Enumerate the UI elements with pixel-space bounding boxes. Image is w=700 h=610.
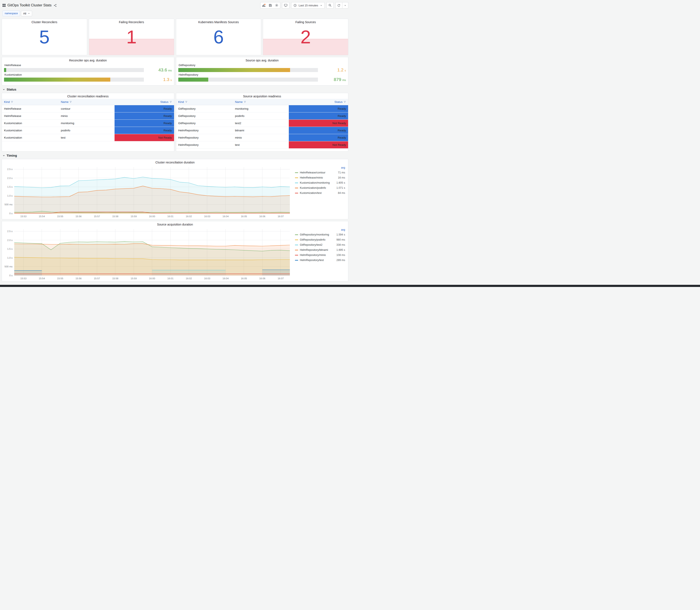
series-color-mark bbox=[295, 250, 298, 251]
legend-item[interactable]: GitRepository/monitoring1.594 s bbox=[295, 232, 345, 237]
filter-icon[interactable] bbox=[185, 101, 188, 103]
status-badge: Ready bbox=[289, 105, 348, 112]
panel-failing-reconcilers: Failing Reconcilers 1 bbox=[89, 19, 174, 55]
column-header-kind[interactable]: Kind bbox=[176, 99, 233, 105]
series-color-mark bbox=[295, 188, 298, 188]
tables-row: Cluster reconciliation readiness Kind Na… bbox=[2, 93, 348, 151]
share-icon[interactable] bbox=[53, 4, 57, 7]
panel-title: Kubernetes Manifests Sources bbox=[176, 19, 261, 25]
column-header-status[interactable]: Status bbox=[289, 99, 348, 105]
tv-mode-icon[interactable] bbox=[282, 2, 289, 8]
series-name: HelmRepository/minio bbox=[300, 254, 337, 257]
cell-kind: HelmRelease bbox=[2, 112, 59, 120]
filter-icon[interactable] bbox=[69, 101, 72, 103]
gauge-label: HelmRelease bbox=[4, 64, 172, 67]
zoom-out-icon[interactable] bbox=[327, 2, 333, 8]
svg-text:0 s: 0 s bbox=[9, 274, 13, 277]
column-header-name[interactable]: Name bbox=[59, 99, 115, 105]
chevron-down-icon bbox=[28, 12, 30, 14]
bar-gauge-fill bbox=[4, 68, 6, 72]
time-series-chart: 0 s500 ms1.0 s1.5 s2.0 s2.5 s15:5315:541… bbox=[3, 227, 292, 280]
svg-text:1.0 s: 1.0 s bbox=[7, 257, 13, 259]
filter-icon[interactable] bbox=[244, 101, 246, 103]
settings-gear-icon[interactable] bbox=[273, 2, 280, 8]
readiness-table: Kind Name Status HelmReleasecontourReady… bbox=[2, 99, 174, 141]
legend-item[interactable]: HelmRepository/test289 ms bbox=[295, 258, 345, 263]
gauge-label: HelmRepository bbox=[179, 73, 346, 76]
table-header-row: Kind Name Status bbox=[176, 99, 348, 105]
table-row: GitRepositorymonitoringReady bbox=[176, 105, 348, 112]
legend-item[interactable]: GitRepository/podinfo980 ms bbox=[295, 237, 345, 242]
column-header-status[interactable]: Status bbox=[115, 99, 174, 105]
stat-row: Cluster Reconcilers 5 Failing Reconciler… bbox=[2, 19, 348, 55]
series-name: HelmRepository/test bbox=[300, 259, 337, 262]
panel-title: Source ops avg. duration bbox=[178, 57, 346, 63]
bar-gauge-track bbox=[4, 78, 144, 82]
bar-gauge-fill bbox=[4, 78, 110, 82]
time-series-plot: 0 s500 ms1.0 s1.5 s2.0 s2.5 s15:5315:541… bbox=[3, 165, 292, 219]
refresh-split-button bbox=[335, 2, 348, 9]
series-name: Kustomization/podinfo bbox=[300, 187, 337, 189]
refresh-icon[interactable] bbox=[336, 2, 342, 8]
cell-name: minio bbox=[233, 134, 289, 141]
column-header-kind[interactable]: Kind bbox=[2, 99, 59, 105]
series-avg-value: 1.695 s bbox=[337, 248, 345, 252]
panel-kubernetes-manifests-sources: Kubernetes Manifests Sources 6 bbox=[176, 19, 261, 55]
gauge-label: Kustomization bbox=[4, 73, 172, 76]
series-name: Kustomization/monitoring bbox=[300, 181, 337, 184]
svg-text:16:01: 16:01 bbox=[167, 277, 174, 280]
filter-icon[interactable] bbox=[169, 101, 172, 103]
series-avg-value: 1.605 s bbox=[337, 181, 345, 184]
variable-namespace-label[interactable]: namespace bbox=[2, 11, 20, 16]
series-color-mark bbox=[295, 235, 298, 235]
status-badge: Ready bbox=[115, 120, 174, 127]
svg-text:15:54: 15:54 bbox=[39, 215, 45, 218]
series-avg-value: 338 ms bbox=[337, 243, 345, 246]
svg-text:2.5 s: 2.5 s bbox=[7, 230, 13, 232]
svg-text:16:00: 16:00 bbox=[149, 277, 155, 280]
legend-item[interactable]: HelmRelease/minio16 ms bbox=[295, 175, 345, 180]
svg-text:1.0 s: 1.0 s bbox=[7, 194, 13, 197]
chart-legend: avgHelmRelease/contour71 msHelmRelease/m… bbox=[292, 165, 347, 219]
series-color-mark bbox=[295, 260, 298, 261]
legend-item[interactable]: HelmRepository/bitnami1.695 s bbox=[295, 247, 345, 253]
filter-icon[interactable] bbox=[344, 101, 346, 103]
add-panel-button[interactable] bbox=[261, 2, 267, 8]
section-header-timing[interactable]: Timing bbox=[2, 154, 348, 157]
legend-item[interactable]: HelmRelease/contour71 ms bbox=[295, 170, 345, 175]
column-header-name[interactable]: Name bbox=[233, 99, 289, 105]
cell-kind: HelmRepository bbox=[176, 141, 233, 148]
legend-item[interactable]: GitRepository/test2338 ms bbox=[295, 242, 345, 247]
section-header-status[interactable]: Status bbox=[2, 87, 348, 91]
svg-text:2.0 s: 2.0 s bbox=[7, 177, 13, 179]
cell-kind: GitRepository bbox=[176, 120, 233, 127]
variable-namespace-value-dropdown[interactable]: All bbox=[21, 11, 32, 16]
cell-kind: Kustomization bbox=[2, 120, 59, 127]
svg-text:15:53: 15:53 bbox=[20, 215, 27, 218]
series-avg-value: 16 ms bbox=[338, 176, 345, 179]
table-row: KustomizationpodinfoReady bbox=[2, 127, 174, 134]
time-range-picker[interactable]: Last 15 minutes bbox=[291, 2, 325, 9]
series-name: HelmRelease/minio bbox=[300, 176, 338, 179]
bar-gauge-track bbox=[4, 68, 144, 72]
refresh-interval-chevron-icon[interactable] bbox=[342, 2, 348, 8]
filter-icon[interactable] bbox=[11, 101, 13, 103]
save-dashboard-button[interactable] bbox=[267, 2, 274, 8]
legend-item[interactable]: HelmRepository/minio108 ms bbox=[295, 253, 345, 258]
time-range-label: Last 15 minutes bbox=[298, 4, 318, 7]
panel-title: Source acquisition readiness bbox=[176, 93, 348, 99]
svg-text:15:55: 15:55 bbox=[57, 215, 63, 218]
legend-item[interactable]: Kustomization/test84 ms bbox=[295, 190, 345, 195]
bar-gauge-fill bbox=[178, 68, 290, 72]
series-name: HelmRepository/bitnami bbox=[300, 248, 337, 252]
bar-gauge-row: Kustomization 1.3s bbox=[4, 73, 172, 82]
status-badge: Ready bbox=[115, 112, 174, 120]
legend-item[interactable]: Kustomization/monitoring1.605 s bbox=[295, 180, 345, 185]
panel-title: Cluster Reconcilers bbox=[2, 19, 87, 25]
panel-cluster-reconciliation-readiness: Cluster reconciliation readiness Kind Na… bbox=[2, 93, 174, 151]
apps-grid-icon[interactable] bbox=[2, 4, 5, 7]
panel-title: Cluster reconciliation duration bbox=[3, 159, 347, 165]
svg-text:16:02: 16:02 bbox=[186, 215, 192, 218]
svg-text:15:55: 15:55 bbox=[57, 277, 63, 280]
legend-item[interactable]: Kustomization/podinfo1.071 s bbox=[295, 185, 345, 190]
